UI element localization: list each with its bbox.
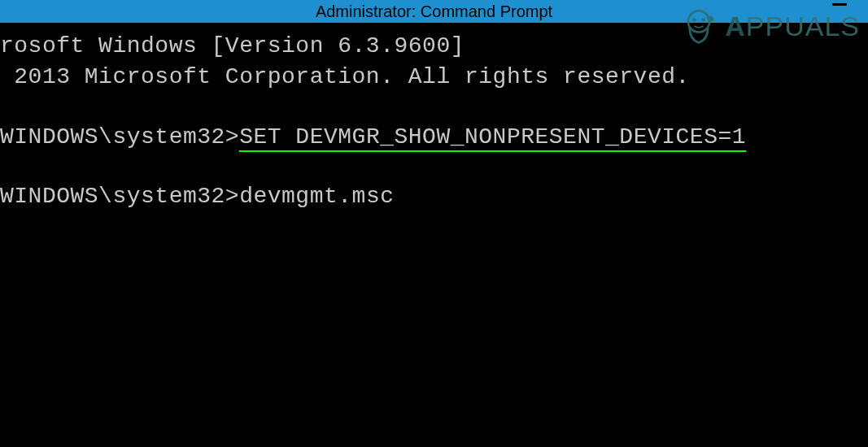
window-title: Administrator: Command Prompt xyxy=(316,2,552,21)
appuals-brand-text: APPUALS xyxy=(725,11,860,42)
appuals-watermark: APPUALS xyxy=(676,3,860,49)
terminal-output[interactable]: rosoft Windows [Version 6.3.9600] 2013 M… xyxy=(0,23,868,212)
svg-point-2 xyxy=(702,18,706,22)
prompt-prefix: WINDOWS\system32> xyxy=(0,124,239,150)
svg-point-1 xyxy=(692,18,696,22)
command-text-2: devmgmt.msc xyxy=(239,184,394,209)
blank-line xyxy=(0,93,868,122)
copyright-line: 2013 Microsoft Corporation. All rights r… xyxy=(0,62,868,93)
command-line-2: WINDOWS\system32>devmgmt.msc xyxy=(0,181,868,212)
appuals-logo-icon xyxy=(676,3,722,49)
command-line-1: WINDOWS\system32>SET DEVMGR_SHOW_NONPRES… xyxy=(0,122,868,153)
blank-line xyxy=(0,152,868,181)
prompt-prefix: WINDOWS\system32> xyxy=(0,184,239,209)
svg-point-0 xyxy=(688,11,709,32)
command-text-1: SET DEVMGR_SHOW_NONPRESENT_DEVICES=1 xyxy=(239,124,746,152)
